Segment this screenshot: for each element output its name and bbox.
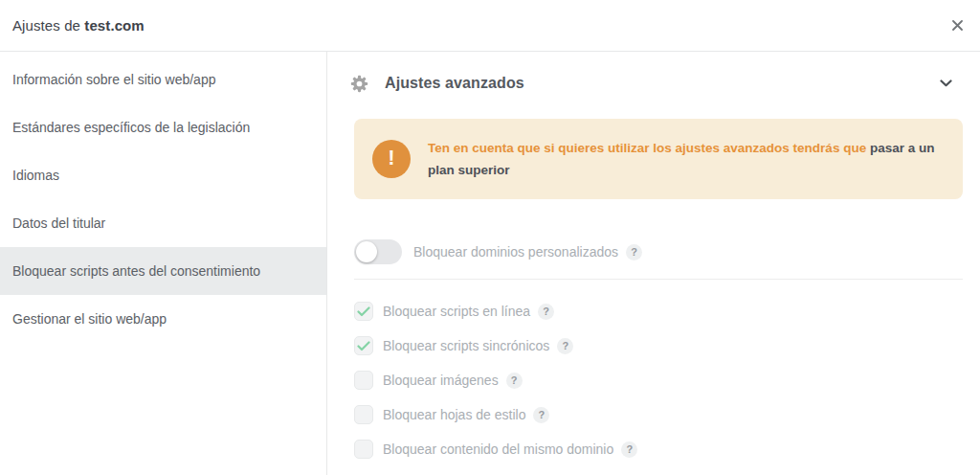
sidebar-item[interactable]: Datos del titular	[0, 199, 326, 247]
checkbox-label: Bloquear contenido del mismo dominio	[383, 441, 613, 457]
custom-domains-row: Bloquear dominios personalizados ?	[354, 239, 963, 264]
checkbox-unchecked-icon[interactable]	[354, 405, 373, 424]
modal-title: Ajustes de test.com	[12, 17, 145, 34]
gear-icon	[350, 75, 368, 93]
warning-text: Ten en cuenta que si quieres utilizar lo…	[428, 137, 940, 181]
checkbox-label: Bloquear scripts en línea	[383, 304, 530, 319]
site-name: test.com	[84, 17, 145, 34]
settings-modal: Ajustes de test.com Información sobre el…	[0, 0, 980, 475]
help-badge-icon[interactable]: ?	[533, 407, 549, 423]
checkbox-row: Bloquear scripts en línea?	[354, 302, 963, 321]
checkbox-row: Bloquear contenido del mismo dominio?	[354, 440, 963, 459]
checkbox-label: Bloquear hojas de estilo	[383, 407, 525, 422]
help-badge-icon[interactable]: ?	[621, 441, 637, 458]
toggle-label: Bloquear dominios personalizados	[413, 244, 618, 260]
sidebar-menu: Información sobre el sitio web/appEstánd…	[0, 52, 327, 475]
section-title: Ajustes avanzados	[385, 75, 524, 92]
checkbox-label: Bloquear imágenes	[383, 373, 499, 388]
checkbox-unchecked-icon[interactable]	[354, 440, 373, 459]
checkbox-row: Bloquear imágenes?	[354, 371, 963, 390]
section-header[interactable]: Ajustes avanzados	[350, 52, 963, 100]
warning-icon: !	[372, 140, 411, 178]
modal-body: Información sobre el sitio web/appEstánd…	[0, 52, 980, 475]
sidebar-item[interactable]: Bloquear scripts antes del consentimient…	[0, 247, 326, 295]
sidebar-item[interactable]: Gestionar el sitio web/app	[0, 295, 326, 343]
upgrade-warning-banner: ! Ten en cuenta que si quieres utilizar …	[354, 119, 963, 199]
divider	[354, 279, 963, 280]
help-badge-icon[interactable]: ?	[626, 244, 642, 260]
collapse-section-button[interactable]	[938, 76, 953, 91]
toggle-knob	[356, 241, 377, 262]
chevron-down-icon	[940, 79, 952, 87]
sidebar-item[interactable]: Información sobre el sitio web/app	[0, 56, 326, 103]
modal-header: Ajustes de test.com	[0, 0, 980, 52]
sidebar-item[interactable]: Idiomas	[0, 151, 326, 199]
modal-title-prefix: Ajustes de	[12, 17, 84, 34]
checkbox-label: Bloquear scripts sincrónicos	[383, 338, 549, 353]
checkbox-checked-icon[interactable]	[354, 336, 373, 355]
checkbox-checked-icon[interactable]	[354, 302, 373, 321]
sidebar-item[interactable]: Estándares específicos de la legislación	[0, 103, 326, 151]
help-badge-icon[interactable]: ?	[506, 373, 523, 389]
block-custom-domains-toggle[interactable]	[354, 239, 402, 264]
close-icon	[952, 20, 963, 31]
checkbox-unchecked-icon[interactable]	[354, 371, 373, 390]
checkbox-row: Bloquear scripts sincrónicos?	[354, 336, 963, 355]
close-button[interactable]	[947, 16, 967, 35]
checkbox-row: Bloquear hojas de estilo?	[354, 405, 963, 424]
checkbox-list: Bloquear scripts en línea?Bloquear scrip…	[354, 302, 963, 459]
help-badge-icon[interactable]: ?	[538, 304, 554, 320]
main-panel: Ajustes avanzados ! Ten en cuenta que si…	[327, 52, 980, 475]
help-badge-icon[interactable]: ?	[557, 338, 573, 354]
warning-text-highlight: Ten en cuenta que si quieres utilizar lo…	[428, 141, 866, 155]
